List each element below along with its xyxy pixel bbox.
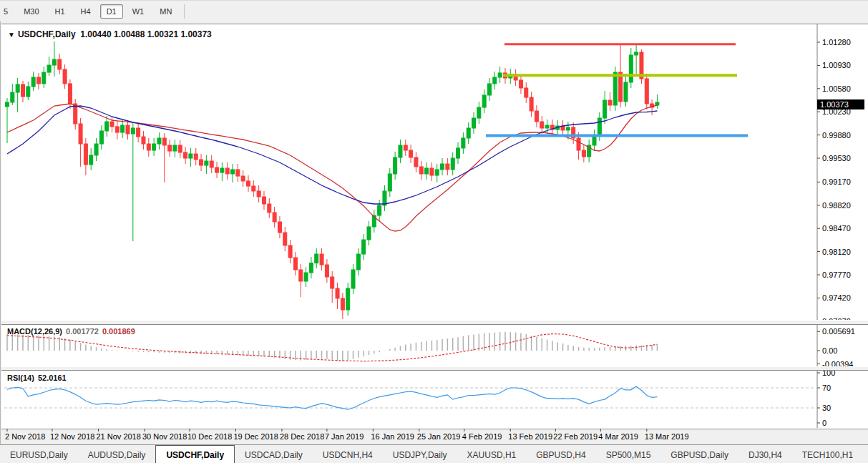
date-label: 25 Jan 2019 bbox=[417, 432, 461, 441]
candle-body bbox=[210, 161, 213, 167]
candle-body bbox=[356, 254, 360, 270]
date-label: 13 Feb 2019 bbox=[508, 432, 552, 441]
candle-body bbox=[47, 65, 51, 72]
timeframe-button-h1[interactable]: H1 bbox=[49, 4, 72, 19]
candle-body bbox=[147, 144, 150, 150]
candle-body bbox=[598, 118, 601, 135]
candle-body bbox=[404, 145, 407, 150]
chart-tab-eurusd-daily[interactable]: EURUSD,Daily bbox=[0, 446, 78, 463]
chart-tab-usdcad-daily[interactable]: USDCAD,Daily bbox=[235, 446, 313, 463]
candle-body bbox=[225, 168, 229, 174]
price-tick-label: 0.98470 bbox=[822, 224, 851, 233]
timeframe-toolbar: 5M30H1H4D1W1MN bbox=[0, 1, 868, 22]
candle-body bbox=[315, 254, 318, 263]
candle-body bbox=[200, 160, 203, 165]
candle-body bbox=[236, 170, 240, 176]
candle-body bbox=[482, 95, 486, 107]
candle-body bbox=[451, 158, 454, 170]
date-label: 13 Mar 2019 bbox=[645, 432, 689, 441]
price-tick-label: 0.99170 bbox=[822, 177, 851, 186]
timeframe-button-d1[interactable]: D1 bbox=[100, 4, 123, 19]
date-label: 16 Jan 2019 bbox=[371, 432, 414, 441]
candle-body bbox=[16, 84, 19, 92]
candle-body bbox=[577, 138, 580, 150]
price-tick-label: 1.01280 bbox=[822, 38, 851, 47]
candle-body bbox=[655, 102, 659, 105]
candle-body bbox=[336, 288, 339, 298]
candle-body bbox=[608, 100, 612, 105]
candle-body bbox=[540, 122, 544, 128]
chart-symbol-label: USDCHF,Daily bbox=[18, 29, 76, 39]
timeframe-button-h4[interactable]: H4 bbox=[74, 4, 97, 19]
date-label: 19 Dec 2018 bbox=[233, 432, 278, 441]
chart-tab-tech100-h1[interactable]: TECH100,H1 bbox=[792, 446, 863, 463]
candle-body bbox=[42, 72, 46, 84]
chart-ohlc-values: 1.00440 1.00488 1.00321 1.00373 bbox=[80, 29, 212, 39]
candle-body bbox=[430, 168, 434, 175]
timeframe-button-mn[interactable]: MN bbox=[153, 4, 178, 19]
candle-body bbox=[6, 102, 9, 107]
candle-body bbox=[414, 157, 418, 167]
candle-body bbox=[545, 125, 549, 128]
candle-body bbox=[535, 111, 538, 122]
candle-body bbox=[383, 191, 386, 205]
rsi-indicator-panel[interactable]: 10070300 RSI(14)52.0161 bbox=[1, 370, 868, 430]
macd-value: 0.001772 bbox=[66, 327, 99, 336]
candle-body bbox=[629, 55, 633, 82]
candle-body bbox=[252, 186, 255, 191]
candle-body bbox=[105, 122, 109, 131]
candle-body bbox=[446, 164, 449, 170]
candle-body bbox=[278, 222, 281, 233]
candle-body bbox=[346, 288, 350, 310]
candle-body bbox=[441, 164, 444, 170]
chart-tab-usdjpy-daily[interactable]: USDJPY,Daily bbox=[383, 446, 457, 463]
price-tick-label: 0.97770 bbox=[822, 271, 851, 279]
candle-body bbox=[388, 174, 391, 191]
candle-body bbox=[142, 137, 145, 144]
candle-body bbox=[419, 167, 423, 174]
price-chart-panel[interactable]: 1.012801.009301.005801.002300.998800.995… bbox=[1, 24, 868, 322]
ma-slow-line bbox=[7, 106, 657, 204]
macd-signal-value: 0.001869 bbox=[102, 327, 135, 336]
chart-tab-gbpusd-h4[interactable]: GBPUSD,H4 bbox=[526, 446, 595, 463]
timeframe-button-w1[interactable]: W1 bbox=[126, 4, 151, 19]
trading-app-window: 5M30H1H4D1W1MN 1.012801.009301.005801.00… bbox=[0, 0, 868, 463]
price-tick-label: 0.97420 bbox=[822, 293, 851, 302]
candle-body bbox=[325, 265, 328, 277]
candle-body bbox=[304, 273, 308, 281]
chart-tab-ukc[interactable]: UKC bbox=[863, 446, 868, 463]
candle-body bbox=[26, 87, 30, 97]
macd-tick-label: -0.00394 bbox=[822, 360, 853, 366]
date-label: 21 Nov 2018 bbox=[96, 432, 140, 441]
rsi-name: RSI(14) bbox=[7, 374, 34, 382]
candle-body bbox=[131, 128, 135, 134]
chart-tab-dj30-h4[interactable]: DJ30,H4 bbox=[738, 446, 792, 463]
candle-body bbox=[84, 144, 87, 165]
candle-body bbox=[299, 270, 303, 281]
candle-body bbox=[566, 127, 570, 130]
candle-body bbox=[498, 73, 502, 77]
candle-body bbox=[68, 84, 72, 104]
candle-body bbox=[58, 59, 62, 69]
candle-body bbox=[11, 92, 14, 102]
macd-indicator-panel[interactable]: 0.0056910.00-0.00394 MACD(12,26,9)0.0017… bbox=[1, 324, 868, 369]
chart-tab-sp500-m15[interactable]: SP500,M15 bbox=[596, 446, 661, 463]
chart-tab-audusd-daily[interactable]: AUDUSD,Daily bbox=[78, 446, 156, 463]
timeframe-button-5[interactable]: 5 bbox=[0, 4, 14, 19]
candle-body bbox=[168, 145, 172, 151]
timeframe-button-m30[interactable]: M30 bbox=[17, 4, 45, 19]
chart-tab-usdcnh-h4[interactable]: USDCNH,H4 bbox=[313, 446, 383, 463]
chart-tab-xauusd-h1[interactable]: XAUUSD,H1 bbox=[457, 446, 527, 463]
candle-body bbox=[21, 84, 24, 97]
date-label: 30 Nov 2018 bbox=[142, 432, 187, 441]
chart-tab-gbpusd-daily[interactable]: GBPUSD,Daily bbox=[660, 446, 738, 463]
date-label: 10 Dec 2018 bbox=[187, 432, 232, 441]
date-label: 22 Feb 2019 bbox=[553, 432, 598, 441]
chart-tab-usdchf-daily[interactable]: USDCHF,Daily bbox=[155, 445, 235, 463]
candle-body bbox=[624, 82, 628, 102]
candle-body bbox=[273, 213, 276, 222]
candle-body bbox=[425, 168, 429, 174]
rsi-tick-label: 30 bbox=[822, 404, 831, 412]
candle-body bbox=[519, 80, 522, 88]
candle-body bbox=[231, 170, 235, 174]
